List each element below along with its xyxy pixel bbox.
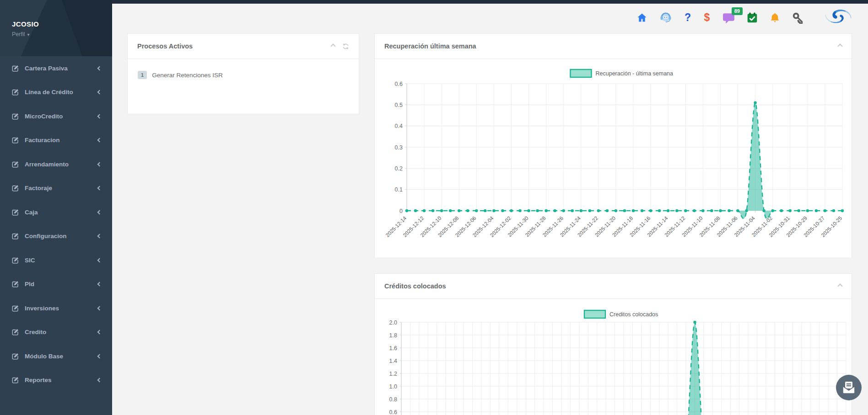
edit-pencil-square-icon (12, 329, 19, 335)
chevron-left-icon (97, 66, 102, 70)
svg-text:0.4: 0.4 (395, 123, 403, 129)
edit-pencil-square-icon (12, 137, 19, 144)
creditos-chart: 00.20.40.60.81.01.21.41.61.82.02025-12-1… (375, 299, 852, 415)
support-icon[interactable] (659, 11, 673, 24)
sidebar-item-label: Factoraje (25, 185, 52, 192)
sidebar-nav: Cartera PasivaLínea de CréditoMicroCredi… (0, 56, 112, 392)
sidebar-item-label: Cartera Pasiva (25, 65, 68, 72)
caret-down-icon: ▾ (27, 32, 29, 37)
edit-pencil-square-icon (12, 233, 19, 239)
home-icon[interactable] (636, 12, 648, 23)
sidebar-item-label: Credito (25, 329, 46, 335)
edit-pencil-square-icon (12, 113, 19, 120)
billing-icon[interactable]: $ (703, 11, 711, 24)
svg-text:?: ? (685, 11, 691, 23)
edit-pencil-square-icon (12, 281, 19, 287)
edit-pencil-square-icon (12, 65, 19, 72)
svg-text:0.5: 0.5 (395, 102, 403, 108)
chevron-left-icon (97, 330, 102, 335)
mail-report-button[interactable] (836, 375, 862, 400)
chevron-left-icon (97, 258, 102, 262)
svg-text:0.1: 0.1 (395, 186, 403, 193)
sidebar-item-inversiones[interactable]: Inversiones (0, 296, 112, 320)
sidebar-item-label: Línea de Crédito (25, 89, 73, 96)
sidebar-item-label: Reportes (25, 377, 52, 383)
panel-title: Procesos Activos (137, 43, 331, 50)
sidebar-item-pld[interactable]: Pld (0, 272, 112, 297)
messages-icon[interactable]: 89 (722, 12, 735, 24)
svg-text:0: 0 (399, 208, 403, 214)
sidebar-item-m-dulo-base[interactable]: Módulo Base (0, 344, 112, 368)
sidebar-item-arrendamiento[interactable]: Arrendamiento (0, 152, 112, 176)
svg-text:0.2: 0.2 (395, 165, 403, 172)
collapse-panel-icon[interactable] (837, 43, 842, 48)
svg-text:1.4: 1.4 (389, 358, 397, 364)
svg-text:0.3: 0.3 (395, 144, 403, 151)
sidebar-item-factoraje[interactable]: Factoraje (0, 176, 112, 201)
chevron-left-icon (97, 282, 102, 287)
edit-pencil-square-icon (12, 305, 19, 312)
sidebar-user-panel: JCOSIO Perfil ▾ (0, 0, 112, 56)
edit-pencil-square-icon (12, 185, 19, 192)
collapse-panel-icon[interactable] (837, 283, 842, 288)
sidebar-item-label: Pld (25, 281, 34, 287)
unread-count-badge: 89 (732, 7, 743, 15)
chevron-left-icon (97, 210, 102, 214)
creditos-panel: Créditos colocados 00.20.40.60.81.01.21.… (374, 273, 852, 415)
sidebar-item-configuracion[interactable]: Configuracion (0, 224, 112, 249)
password-key-icon[interactable] (792, 12, 804, 24)
svg-text:$: $ (704, 11, 710, 23)
svg-text:1.2: 1.2 (389, 371, 397, 377)
edit-pencil-square-icon (12, 209, 19, 216)
svg-text:1.6: 1.6 (389, 345, 397, 351)
edit-pencil-square-icon (12, 377, 19, 383)
chevron-left-icon (97, 378, 102, 383)
svg-text:Creditos colocados: Creditos colocados (609, 311, 658, 318)
edit-pencil-square-icon (12, 353, 19, 360)
edit-pencil-square-icon (12, 89, 19, 96)
brand-logo (815, 3, 861, 30)
panel-title: Créditos colocados (384, 282, 838, 290)
tasks-calendar-icon[interactable] (746, 12, 758, 24)
proceso-label: Generar Retenciones ISR (152, 72, 223, 79)
sidebar-item-credito[interactable]: Credito (0, 320, 112, 345)
chevron-left-icon (97, 186, 102, 191)
edit-pencil-square-icon (12, 161, 19, 168)
topbar-icons: ?$89 (636, 9, 861, 27)
sidebar-item-sic[interactable]: SIC (0, 248, 112, 272)
sidebar-item-label: Caja (25, 209, 38, 216)
panel-title: Recuperación última semana (384, 43, 838, 50)
profile-dropdown[interactable]: Perfil ▾ (12, 31, 30, 37)
sidebar-item-label: MicroCredito (25, 113, 63, 120)
sidebar-item-label: Arrendamiento (25, 161, 69, 168)
chevron-left-icon (97, 162, 102, 166)
edit-pencil-square-icon (12, 257, 19, 264)
refresh-icon[interactable] (342, 43, 349, 50)
chevron-left-icon (97, 354, 102, 358)
svg-text:0.8: 0.8 (389, 396, 397, 403)
recuperacion-chart: 00.10.20.30.40.50.62025-12-142025-12-122… (375, 59, 852, 258)
svg-text:2.0: 2.0 (389, 319, 397, 326)
sidebar-item-reportes[interactable]: Reportes (0, 368, 112, 393)
svg-text:0.6: 0.6 (395, 81, 403, 87)
top-strip (0, 0, 868, 4)
collapse-panel-icon[interactable] (330, 43, 335, 48)
chevron-left-icon (97, 90, 102, 95)
notifications-bell-icon[interactable] (769, 12, 781, 24)
recuperacion-panel: Recuperación última semana 00.10.20.30.4… (374, 33, 852, 258)
procesos-activos-panel: Procesos Activos 1Generar Retenciones IS… (127, 33, 359, 114)
svg-text:1.8: 1.8 (389, 332, 397, 339)
sidebar-item-label: Módulo Base (25, 353, 63, 360)
sidebar-item-cartera-pasiva[interactable]: Cartera Pasiva (0, 56, 112, 80)
chevron-left-icon (97, 234, 102, 239)
proceso-item[interactable]: 1Generar Retenciones ISR (138, 71, 349, 79)
help-icon[interactable]: ? (684, 11, 692, 24)
chevron-left-icon (97, 138, 102, 143)
svg-text:1.0: 1.0 (389, 383, 397, 390)
sidebar-item-caja[interactable]: Caja (0, 200, 112, 224)
svg-text:0.6: 0.6 (389, 409, 397, 415)
sidebar-item-facturacion[interactable]: Facturacion (0, 128, 112, 153)
sidebar-item-l-nea-de-cr-dito[interactable]: Línea de Crédito (0, 80, 112, 105)
sidebar-item-microcredito[interactable]: MicroCredito (0, 104, 112, 128)
sidebar-item-label: SIC (25, 257, 35, 264)
